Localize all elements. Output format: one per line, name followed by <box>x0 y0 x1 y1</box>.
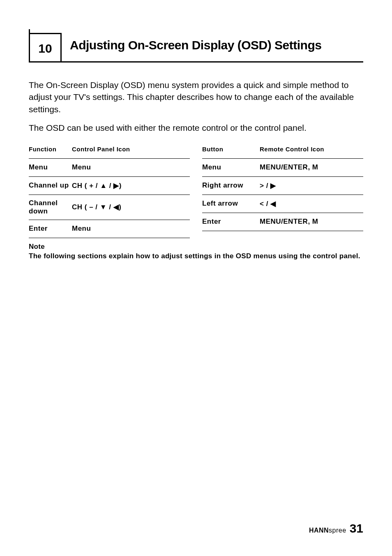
footer-logo: HANNspree <box>309 527 346 534</box>
cell-button: Right arrow <box>202 181 260 190</box>
cell-remote-icon: < / ◀ <box>260 199 363 208</box>
header-function: Function <box>29 146 72 153</box>
table-row: Menu MENU/ENTER, M <box>202 159 363 177</box>
control-tables: Function Control Panel Icon Menu Menu Ch… <box>29 141 363 238</box>
cell-button: Left arrow <box>202 199 260 208</box>
page-footer: HANNspree 31 <box>309 521 363 535</box>
header-control-panel-icon: Control Panel Icon <box>72 146 190 153</box>
header-button: Button <box>202 146 260 153</box>
cell-remote-icon: > / ▶ <box>260 181 363 190</box>
cell-icon: CH ( – / ▼ / ◀) <box>72 203 190 211</box>
chapter-number: 10 <box>38 42 52 55</box>
cell-button: Enter <box>202 218 260 226</box>
cell-button: Menu <box>202 163 260 171</box>
table-row: Channel down CH ( – / ▼ / ◀) <box>29 195 190 220</box>
cell-function: Channel down <box>29 199 72 215</box>
note-label: Note <box>29 242 363 252</box>
intro-paragraph-2: The OSD can be used with either the remo… <box>29 122 363 134</box>
table-row: Enter Menu <box>29 220 190 238</box>
cell-icon: Menu <box>72 163 190 171</box>
header-remote-icon: Remote Control Icon <box>260 146 363 153</box>
note-block: Note The following sections explain how … <box>29 242 363 261</box>
cell-function: Channel up <box>29 181 72 190</box>
table-row: Channel up CH ( + / ▲ / ▶) <box>29 177 190 195</box>
cell-function: Enter <box>29 225 72 233</box>
table-row: Left arrow < / ◀ <box>202 195 363 213</box>
chapter-title: Adjusting On-Screen Display (OSD) Settin… <box>70 33 321 61</box>
remote-control-table: Button Remote Control Icon Menu MENU/ENT… <box>202 141 363 238</box>
table-header: Function Control Panel Icon <box>29 141 190 159</box>
table-row: Enter MENU/ENTER, M <box>202 213 363 231</box>
chapter-header: 10 Adjusting On-Screen Display (OSD) Set… <box>29 33 363 63</box>
intro-paragraph-1: The On-Screen Display (OSD) menu system … <box>29 79 363 115</box>
cell-remote-icon: MENU/ENTER, M <box>260 163 363 171</box>
chapter-number-box: 10 <box>29 33 62 61</box>
cell-function: Menu <box>29 163 72 171</box>
cell-icon: Menu <box>72 225 190 233</box>
table-row: Right arrow > / ▶ <box>202 177 363 195</box>
cell-icon: CH ( + / ▲ / ▶) <box>72 181 190 190</box>
logo-bold: HANN <box>309 527 329 534</box>
corner-tick <box>29 29 30 34</box>
table-row: Menu Menu <box>29 159 190 177</box>
logo-light: spree <box>329 527 346 534</box>
control-panel-table: Function Control Panel Icon Menu Menu Ch… <box>29 141 190 238</box>
page-number: 31 <box>350 521 363 535</box>
cell-remote-icon: MENU/ENTER, M <box>260 218 363 226</box>
table-header: Button Remote Control Icon <box>202 141 363 159</box>
note-text: The following sections explain how to ad… <box>29 252 363 261</box>
